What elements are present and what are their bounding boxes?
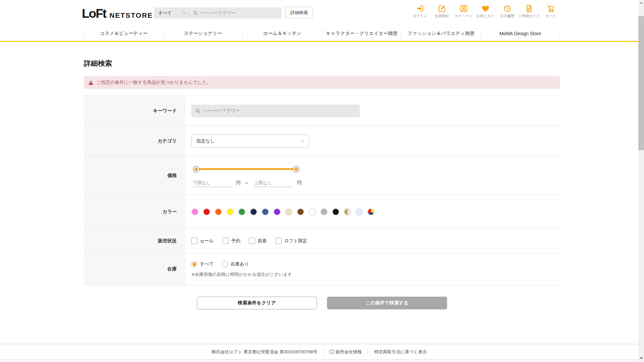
login-icon xyxy=(416,4,425,13)
footer-link-commercial-law[interactable]: 特定商取引法に基づく表示 xyxy=(374,349,427,355)
clear-conditions-button[interactable]: 検索条件をクリア xyxy=(197,297,317,309)
price-min-input[interactable] xyxy=(192,179,232,187)
checkbox-label: ロフト限定 xyxy=(284,238,307,244)
footer-company-text: 株式会社ロフト 東京都公安委員会 第303319700768号 xyxy=(212,349,318,355)
stock-label: 在庫 xyxy=(84,253,185,285)
color-swatch-red[interactable] xyxy=(203,208,210,216)
nav-item-4[interactable]: ファッション＆バラエティ雑貨 xyxy=(401,26,481,41)
stock-options: すべて在庫あり xyxy=(191,261,560,267)
nav-item-0[interactable]: コスメ＆ビューティー xyxy=(84,26,163,41)
warning-icon xyxy=(89,80,94,85)
category-selected-value: 指定なし xyxy=(197,138,215,144)
quicklink-guide[interactable]: ご利用ガイド xyxy=(520,4,538,18)
quicklink-heart[interactable]: お気に入り xyxy=(476,4,495,18)
color-swatch-black[interactable] xyxy=(332,208,339,216)
slider-handle-min[interactable] xyxy=(194,167,199,172)
category-label: カテゴリ xyxy=(84,126,185,156)
status-checkbox-1[interactable]: 予約 xyxy=(222,238,240,244)
error-message-box: ご指定の条件に一致する商品が見つかりませんでした。 xyxy=(84,76,560,89)
stock-radio-0[interactable]: すべて xyxy=(191,261,214,267)
heart-icon xyxy=(481,4,490,13)
search-scope-value: すべて xyxy=(158,10,172,16)
color-swatch-gray[interactable] xyxy=(320,208,328,216)
loft-logo[interactable]: LoFt NETSTORE xyxy=(82,7,153,21)
status-row: 販売状況 セール予約新着ロフト限定 xyxy=(84,229,560,253)
scrollbar xyxy=(638,0,644,362)
color-row: カラー xyxy=(84,195,560,229)
storefront-icon xyxy=(330,350,333,354)
main-content: 詳細検索 ご指定の条件に一致する商品が見つかりませんでした。 キーワード xyxy=(84,42,560,309)
category-select[interactable]: 指定なし xyxy=(191,134,309,148)
checkbox-icon xyxy=(275,238,282,244)
color-swatch-beige[interactable] xyxy=(285,208,292,216)
checkbox-label: 新着 xyxy=(258,238,267,244)
radio-label: 在庫あり xyxy=(230,261,249,267)
quicklink-register[interactable]: 会員登録 xyxy=(432,4,451,18)
scrollbar-down-button[interactable] xyxy=(638,355,644,361)
site-header: LoFt NETSTORE すべて 詳細検索 ログイン会員登録マイページお気に入… xyxy=(0,0,644,26)
color-swatch-gold-silver[interactable] xyxy=(344,208,351,216)
status-checkbox-2[interactable]: 新着 xyxy=(249,238,267,244)
color-swatch-blue[interactable] xyxy=(262,208,269,216)
checkbox-label: 予約 xyxy=(231,238,240,244)
quicklink-cart[interactable]: カート xyxy=(541,4,560,18)
quicklink-label: お気に入り xyxy=(476,14,494,18)
radio-label: すべて xyxy=(200,261,214,267)
footer-link-company-info[interactable]: 販売会社情報 xyxy=(330,349,362,355)
status-options: セール予約新着ロフト限定 xyxy=(191,238,560,244)
color-label: カラー xyxy=(84,195,185,228)
color-swatch-white[interactable] xyxy=(309,208,316,216)
chevron-down-icon xyxy=(301,139,305,142)
nav-item-3[interactable]: キャラクター・クリエイター雑貨 xyxy=(322,26,401,41)
color-swatch-brown[interactable] xyxy=(297,208,304,216)
keyword-label: キーワード xyxy=(84,96,185,126)
footer-divider xyxy=(368,349,368,355)
search-scope-select[interactable]: すべて xyxy=(154,10,189,16)
price-row: 価格 円 ～ 円 xyxy=(84,156,560,195)
keyword-input-box xyxy=(191,105,360,117)
page-title: 詳細検索 xyxy=(84,42,560,68)
status-label: 販売状況 xyxy=(84,229,185,253)
slider-handle-max[interactable] xyxy=(293,167,299,172)
category-row: カテゴリ 指定なし xyxy=(84,126,560,156)
guide-icon xyxy=(525,4,534,13)
quicklink-label: ご利用ガイド xyxy=(518,14,540,18)
color-swatch-orange[interactable] xyxy=(215,208,222,216)
detail-search-button[interactable]: 詳細検索 xyxy=(285,7,313,18)
status-checkbox-3[interactable]: ロフト限定 xyxy=(275,238,307,244)
checkbox-icon xyxy=(222,238,229,244)
checkbox-label: セール xyxy=(200,238,214,244)
quicklink-history[interactable]: 注文履歴 xyxy=(498,4,517,18)
scrollbar-up-button[interactable] xyxy=(638,0,644,6)
stock-radio-1[interactable]: 在庫あり xyxy=(222,261,249,267)
color-swatch-purple[interactable] xyxy=(273,208,281,216)
nav-item-5[interactable]: MoMA Design Store xyxy=(481,26,560,41)
price-separator: ～ xyxy=(245,180,249,186)
form-actions: 検索条件をクリア この条件で検索する xyxy=(84,297,560,309)
slider-track[interactable] xyxy=(196,168,296,170)
scrollbar-thumb[interactable] xyxy=(638,16,644,150)
color-swatch-yellow[interactable] xyxy=(226,208,234,216)
quicklink-mypage[interactable]: マイページ xyxy=(454,4,473,18)
status-checkbox-0[interactable]: セール xyxy=(191,238,214,244)
footer-bottom-strip xyxy=(0,359,638,362)
register-icon xyxy=(437,4,446,13)
nav-item-2[interactable]: ホーム＆キッチン xyxy=(243,26,322,41)
price-range-slider xyxy=(196,165,296,174)
quicklink-login[interactable]: ログイン xyxy=(411,4,429,18)
color-swatch-pink[interactable] xyxy=(191,208,199,216)
color-swatch-green[interactable] xyxy=(238,208,246,216)
keyword-input[interactable] xyxy=(203,108,360,113)
header-search-input[interactable] xyxy=(200,10,281,15)
color-swatch-multicolor[interactable] xyxy=(367,208,375,216)
search-submit-button[interactable]: この条件で検索する xyxy=(327,297,447,309)
color-swatch-navy[interactable] xyxy=(250,208,257,216)
quicklink-label: カート xyxy=(545,14,556,18)
color-swatch-clear[interactable] xyxy=(356,208,363,216)
keyword-row: キーワード xyxy=(84,96,560,126)
price-max-input[interactable] xyxy=(253,179,293,187)
checkbox-icon xyxy=(191,238,198,244)
radio-icon xyxy=(222,261,228,267)
nav-item-1[interactable]: ステーショナリー xyxy=(164,26,243,41)
logo-netstore-text: NETSTORE xyxy=(109,11,153,19)
